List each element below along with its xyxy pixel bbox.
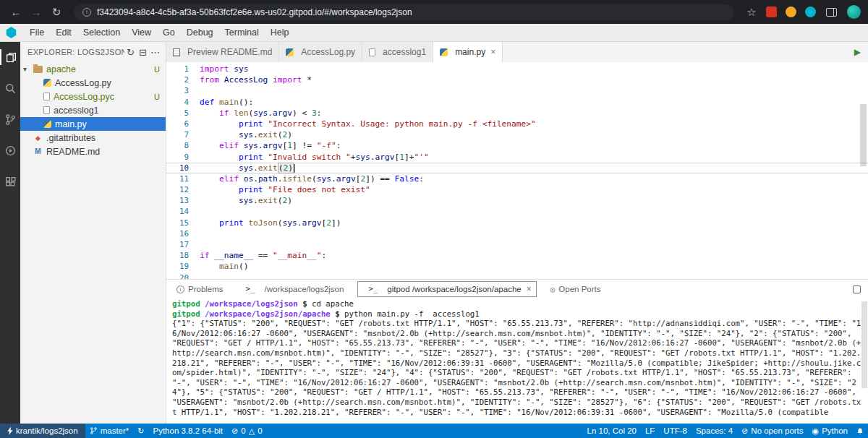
git-branch-indicator[interactable]: master* bbox=[85, 424, 134, 438]
panel-tab-gitpod-workspace-logs2json-apache[interactable]: >_gitpod /workspace/logs2json/apache× bbox=[357, 281, 536, 297]
editor-tab-bar: Preview README.mdAccessLog.pyaccesslog1m… bbox=[166, 42, 868, 62]
git-status-badge: U bbox=[154, 93, 166, 101]
git-icon: ◆ bbox=[33, 133, 43, 142]
tree-item-accesslog-pyc[interactable]: AccessLog.pycU bbox=[20, 90, 166, 103]
status-label: krantik/logs2json bbox=[16, 426, 78, 435]
code-editor[interactable]: 1import sys2from AccessLog import *34def… bbox=[166, 62, 868, 279]
code-line-2: 2from AccessLog import * bbox=[166, 74, 868, 85]
editor-scrollbar[interactable] bbox=[860, 104, 867, 166]
problems-counts[interactable]: ⊘0△0 bbox=[227, 424, 267, 438]
close-icon[interactable]: × bbox=[490, 47, 495, 57]
code-text: import sys bbox=[200, 64, 248, 74]
terminal-scrollbar[interactable] bbox=[861, 301, 867, 388]
tree-item-main-py[interactable]: main.py bbox=[20, 117, 166, 131]
panel-tab-workspace-logs2json[interactable]: >_/workspace/logs2json bbox=[237, 282, 347, 296]
file-label: accesslog1 bbox=[54, 106, 166, 116]
python-interpreter[interactable]: Python 3.8.2 64-bit bbox=[149, 424, 228, 438]
code-text: sys.exit(2) bbox=[200, 195, 292, 206]
run-button[interactable]: ▶ bbox=[847, 42, 868, 62]
tree-item-apache[interactable]: ▾apacheU bbox=[20, 62, 166, 76]
menu-go[interactable]: Go bbox=[157, 25, 181, 40]
source-control-icon[interactable] bbox=[0, 111, 20, 127]
panel-tab-open-ports[interactable]: ◎Open Ports bbox=[548, 283, 604, 296]
terminal[interactable]: gitpod /workspace/logs2json $ cd apacheg… bbox=[166, 299, 868, 424]
tab-label: accesslog1 bbox=[383, 47, 426, 57]
sync-changes-button[interactable]: ↻ bbox=[133, 424, 148, 438]
tree-item-accesslog-py[interactable]: AccessLog.py bbox=[20, 76, 166, 90]
python-language-status[interactable]: ◉Python bbox=[808, 424, 852, 438]
collapse-all-icon[interactable]: ⊟ bbox=[137, 47, 149, 58]
tab-accesslog1[interactable]: accesslog1 bbox=[362, 42, 433, 62]
cursor-position[interactable]: Ln 10, Col 20 bbox=[583, 424, 641, 438]
code-line-20: 20 bbox=[166, 272, 868, 279]
code-text: print "Incorrect Syntax. Usage: python m… bbox=[200, 119, 536, 129]
address-bar[interactable]: i f3423094-a8c4-4c5b-af3a-50b63fcf2e6e.w… bbox=[74, 4, 734, 20]
line-number: 16 bbox=[166, 228, 200, 239]
extension-icon-orange[interactable] bbox=[786, 7, 796, 17]
file-label: AccessLog.py bbox=[55, 78, 166, 88]
line-number: 20 bbox=[166, 272, 200, 279]
code-line-7: 7 sys.exit(2) bbox=[166, 129, 868, 140]
panel-tab-problems[interactable]: iProblems bbox=[174, 283, 226, 295]
menu-file[interactable]: File bbox=[24, 25, 50, 40]
file-encoding[interactable]: UTF-8 bbox=[659, 424, 692, 438]
extension-icon-teal[interactable] bbox=[805, 7, 816, 17]
terminal-prompt-line: gitpod /workspace/logs2json $ cd apache bbox=[172, 299, 862, 309]
tab-preview-readme-md[interactable]: Preview README.md bbox=[166, 42, 279, 62]
bottom-panel: iProblems>_/workspace/logs2json>_gitpod … bbox=[166, 279, 868, 424]
menu-view[interactable]: View bbox=[126, 25, 157, 40]
open-ports[interactable]: ⊘No open ports bbox=[737, 424, 807, 438]
extensions-icon[interactable] bbox=[0, 173, 20, 189]
search-icon[interactable] bbox=[0, 80, 20, 96]
status-label: 0 bbox=[258, 426, 262, 435]
status-label: Spaces: 4 bbox=[696, 426, 733, 435]
forward-icon[interactable]: → bbox=[27, 7, 45, 17]
more-actions-icon[interactable]: ⋯ bbox=[149, 47, 161, 58]
close-icon[interactable]: × bbox=[527, 284, 532, 294]
tree-item-readme-md[interactable]: MREADME.md bbox=[20, 145, 166, 158]
file-icon bbox=[43, 93, 50, 100]
lightning-icon bbox=[7, 426, 13, 435]
menu-selection[interactable]: Selection bbox=[77, 25, 126, 40]
explorer-header: EXPLORER: LOGS2JSON ↻ ⊟ ⋯ bbox=[20, 42, 166, 62]
eol-sequence[interactable]: LF bbox=[641, 424, 659, 438]
warning-icon: △ bbox=[249, 427, 255, 435]
remote-indicator[interactable]: krantik/logs2json bbox=[0, 424, 85, 438]
panel-layout-icon[interactable] bbox=[853, 285, 861, 293]
code-text: sys.exit(2) bbox=[200, 129, 292, 140]
python-icon bbox=[286, 48, 294, 56]
branch-icon bbox=[90, 426, 98, 435]
side-panel-icon[interactable] bbox=[826, 8, 837, 17]
menu-edit[interactable]: Edit bbox=[50, 25, 77, 40]
extension-icon-red[interactable] bbox=[766, 7, 777, 17]
menu-help[interactable]: Help bbox=[265, 25, 295, 40]
tree-item-accesslog1[interactable]: accesslog1 bbox=[20, 103, 166, 117]
line-number: 8 bbox=[166, 140, 200, 151]
terminal-icon: >_ bbox=[240, 283, 261, 295]
indentation[interactable]: Spaces: 4 bbox=[692, 424, 737, 438]
status-bar-left: krantik/logs2jsonmaster*↻Python 3.8.2 64… bbox=[0, 424, 267, 438]
workbench: EXPLORER: LOGS2JSON ↻ ⊟ ⋯ ▾apacheUAccess… bbox=[0, 42, 868, 424]
tab-main-py[interactable]: main.py× bbox=[433, 42, 503, 62]
notifications-bell[interactable] bbox=[852, 424, 868, 438]
profile-avatar[interactable] bbox=[847, 5, 861, 19]
line-number: 18 bbox=[166, 250, 200, 261]
tree-item-gitattributes[interactable]: ◆.gitattributes bbox=[20, 131, 166, 145]
menu-debug[interactable]: Debug bbox=[181, 25, 219, 40]
status-label: LF bbox=[645, 426, 655, 435]
reload-icon[interactable]: ↻ bbox=[48, 7, 65, 17]
site-info-icon[interactable]: i bbox=[82, 8, 91, 17]
debug-icon[interactable] bbox=[0, 142, 20, 158]
code-line-11: 11 elif os.path.isfile(sys.argv[2]) == F… bbox=[166, 173, 868, 184]
tab-accesslog-py[interactable]: AccessLog.py bbox=[279, 42, 362, 62]
refresh-icon[interactable]: ↻ bbox=[124, 47, 137, 58]
back-icon[interactable]: ← bbox=[7, 7, 25, 17]
bookmark-star-icon[interactable]: ☆ bbox=[743, 7, 760, 17]
file-label: main.py bbox=[55, 119, 166, 129]
status-label: Python 3.8.2 64-bit bbox=[153, 426, 224, 435]
explorer-icon[interactable] bbox=[0, 49, 20, 65]
line-number: 2 bbox=[166, 74, 200, 85]
sync-icon: ↻ bbox=[137, 427, 144, 435]
menu-terminal[interactable]: Terminal bbox=[219, 25, 265, 40]
gitpod-logo-icon[interactable] bbox=[6, 27, 17, 38]
